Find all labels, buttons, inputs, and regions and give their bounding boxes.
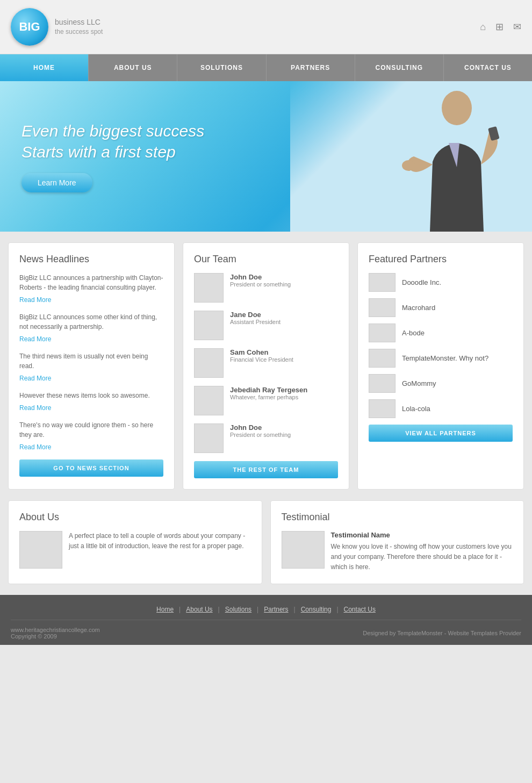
site-header: BIG business LLC the success spot ⌂ ⊞ ✉ xyxy=(0,0,532,54)
team-name-4: Jebediah Ray Tergesen xyxy=(230,386,307,394)
hero-banner: Even the biggest success Starts with a f… xyxy=(0,81,532,232)
footer-link-solutions[interactable]: Solutions xyxy=(225,606,251,613)
testimonial-photo xyxy=(282,531,325,569)
team-name-2: Jane Doe xyxy=(230,311,281,319)
team-info-1: John Doe President or something xyxy=(230,273,291,288)
partner-logo-2 xyxy=(369,298,396,317)
news-item-2: BigBiz LLC announces some other kind of … xyxy=(19,312,163,343)
footer-nav: Home | About Us | Solutions | Partners |… xyxy=(11,606,521,620)
hero-figure xyxy=(290,81,532,232)
testimonial-text-block: Testimonial Name We know you love it - s… xyxy=(331,531,513,573)
company-name: business LLC xyxy=(55,18,103,26)
team-member-1: John Doe President or something xyxy=(194,273,338,303)
two-column-section: About Us A perfect place to tell a coupl… xyxy=(0,500,532,595)
email-icon[interactable]: ✉ xyxy=(513,21,521,33)
partners-heading: Featured Partners xyxy=(369,254,513,265)
read-more-2[interactable]: Read More xyxy=(19,335,51,343)
logo-area: BIG business LLC the success spot xyxy=(11,8,103,46)
svg-point-1 xyxy=(402,160,415,171)
read-more-1[interactable]: Read More xyxy=(19,296,51,304)
footer-copyright: www.heritagechristiancollege.com Copyrig… xyxy=(11,627,100,640)
team-member-5: John Doe President or something xyxy=(194,423,338,453)
nav-consulting[interactable]: CONSULTING xyxy=(355,54,444,81)
nav-solutions[interactable]: SOLUTIONS xyxy=(177,54,266,81)
logo-text: BIG xyxy=(19,20,40,34)
team-photo-2 xyxy=(194,311,224,340)
footer-link-consulting[interactable]: Consulting xyxy=(301,606,332,613)
team-member-4: Jebediah Ray Tergesen Whatever, farmer p… xyxy=(194,386,338,415)
team-title-3: Financial Vice President xyxy=(230,356,293,363)
partner-2: Macrohard xyxy=(369,298,513,317)
team-title-2: Assistant President xyxy=(230,319,281,325)
team-name-3: Sam Cohen xyxy=(230,348,293,356)
partner-name-2: Macrohard xyxy=(402,304,435,312)
footer-bottom: www.heritagechristiancollege.com Copyrig… xyxy=(11,627,521,640)
read-more-3[interactable]: Read More xyxy=(19,375,51,382)
news-item-3: The third news item is usually not even … xyxy=(19,351,163,383)
home-icon[interactable]: ⌂ xyxy=(480,21,486,33)
footer-link-partners[interactable]: Partners xyxy=(264,606,288,613)
hero-content: Even the biggest success Starts with a f… xyxy=(0,99,226,214)
news-item-1: BigBiz LLC announces a partnership with … xyxy=(19,273,163,304)
news-item-5: There's no way we could ignore them - so… xyxy=(19,420,163,451)
team-info-3: Sam Cohen Financial Vice President xyxy=(230,348,293,363)
about-content: A perfect place to tell a couple of word… xyxy=(19,531,251,569)
footer-link-home[interactable]: Home xyxy=(156,606,174,613)
nav-home[interactable]: HOME xyxy=(0,54,89,81)
svg-point-0 xyxy=(442,91,472,125)
main-nav: HOME ABOUT US SOLUTIONS PARTNERS CONSULT… xyxy=(0,54,532,81)
news-item-4: However these news items look so awesome… xyxy=(19,391,163,412)
partner-logo-3 xyxy=(369,324,396,342)
three-column-section: News Headlines BigBiz LLC announces a pa… xyxy=(0,232,532,500)
testimonial-heading: Testimonial xyxy=(282,512,513,523)
team-photo-4 xyxy=(194,386,224,415)
team-photo-3 xyxy=(194,348,224,378)
footer-credit: Designed by TemplateMonster - Website Te… xyxy=(363,630,521,636)
testimonial-content: Testimonial Name We know you love it - s… xyxy=(282,531,513,573)
news-text-2: BigBiz LLC announces some other kind of … xyxy=(19,312,163,332)
news-text-3: The third news item is usually not even … xyxy=(19,351,163,371)
sitemap-icon[interactable]: ⊞ xyxy=(495,21,504,33)
nav-contact[interactable]: CONTACT US xyxy=(444,54,532,81)
testimonial-text: We know you love it - showing off how yo… xyxy=(331,542,513,573)
team-info-4: Jebediah Ray Tergesen Whatever, farmer p… xyxy=(230,386,307,400)
partner-name-4: TemplateMonster. Why not? xyxy=(402,354,488,362)
about-photo xyxy=(19,531,62,569)
site-footer: Home | About Us | Solutions | Partners |… xyxy=(0,595,532,645)
logo-text-block: business LLC the success spot xyxy=(55,18,103,36)
partner-name-5: GoMommy xyxy=(402,379,436,387)
partners-box: Featured Partners Dooodle Inc. Macrohard… xyxy=(357,242,524,490)
go-to-news-button[interactable]: GO TO NEWS SECTION xyxy=(19,459,163,477)
rest-of-team-button[interactable]: THE REST OF TEAM xyxy=(194,461,338,478)
news-text-5: There's no way we could ignore them - so… xyxy=(19,420,163,440)
team-title-5: President or something xyxy=(230,432,291,438)
header-icons: ⌂ ⊞ ✉ xyxy=(480,21,521,33)
view-all-partners-button[interactable]: VIEW ALL PARTNERS xyxy=(369,425,513,442)
team-heading: Our Team xyxy=(194,254,338,265)
partner-logo-4 xyxy=(369,349,396,368)
team-name-1: John Doe xyxy=(230,273,291,281)
footer-link-about[interactable]: About Us xyxy=(186,606,212,613)
team-member-2: Jane Doe Assistant President xyxy=(194,311,338,340)
hero-person-svg xyxy=(317,81,532,232)
read-more-5[interactable]: Read More xyxy=(19,443,51,451)
team-photo-1 xyxy=(194,273,224,303)
news-heading: News Headlines xyxy=(19,254,163,265)
partner-logo-6 xyxy=(369,399,396,418)
logo-circle: BIG xyxy=(11,8,48,46)
nav-partners[interactable]: PARTNERS xyxy=(267,54,355,81)
partner-4: TemplateMonster. Why not? xyxy=(369,349,513,368)
read-more-4[interactable]: Read More xyxy=(19,404,51,412)
partner-3: A-bode xyxy=(369,324,513,342)
team-title-1: President or something xyxy=(230,281,291,288)
partner-logo-5 xyxy=(369,374,396,393)
partner-name-3: A-bode xyxy=(402,329,425,337)
tagline: the success spot xyxy=(55,28,103,35)
nav-about[interactable]: ABOUT US xyxy=(89,54,177,81)
team-member-3: Sam Cohen Financial Vice President xyxy=(194,348,338,378)
learn-more-button[interactable]: Learn More xyxy=(21,173,92,192)
team-title-4: Whatever, farmer perhaps xyxy=(230,394,307,400)
team-info-2: Jane Doe Assistant President xyxy=(230,311,281,325)
footer-link-contact[interactable]: Contact Us xyxy=(344,606,376,613)
partner-name-6: Lola-cola xyxy=(402,405,430,413)
